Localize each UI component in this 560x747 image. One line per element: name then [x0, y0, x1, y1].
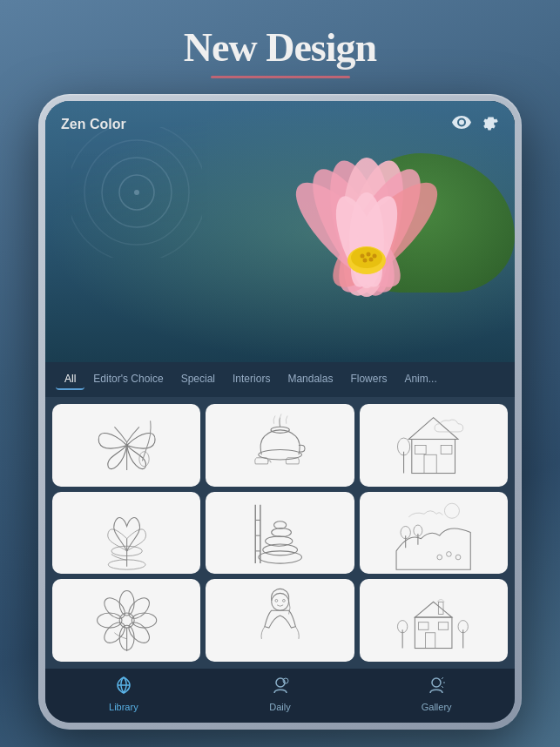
- svg-point-4: [134, 190, 139, 195]
- svg-point-58: [125, 619, 152, 647]
- page-title: New Design: [184, 24, 376, 71]
- category-tabs: All Editor's Choice Special Interiors Ma…: [45, 362, 515, 397]
- svg-point-24: [259, 449, 302, 459]
- svg-point-52: [447, 552, 452, 557]
- daily-icon: [271, 676, 290, 699]
- grid-item-2[interactable]: [206, 404, 354, 487]
- tab-editors-choice[interactable]: Editor's Choice: [84, 369, 172, 390]
- grid-item-9[interactable]: [360, 579, 508, 662]
- tab-interiors[interactable]: Interiors: [224, 369, 279, 390]
- svg-rect-27: [412, 439, 455, 473]
- grid-item-6[interactable]: [360, 492, 508, 575]
- svg-marker-26: [408, 417, 458, 439]
- svg-point-19: [373, 254, 377, 259]
- nav-library-label: Library: [109, 702, 138, 712]
- app-header: Zen Color: [45, 101, 515, 144]
- svg-point-21: [369, 258, 374, 262]
- svg-marker-67: [415, 602, 453, 617]
- svg-point-65: [275, 600, 278, 602]
- svg-point-56: [125, 595, 152, 622]
- svg-point-18: [367, 252, 371, 257]
- device-screen: Zen Color: [45, 101, 515, 723]
- svg-rect-69: [426, 633, 435, 649]
- nav-daily[interactable]: Daily: [202, 676, 359, 712]
- svg-rect-71: [438, 622, 448, 630]
- svg-point-39: [272, 528, 292, 537]
- nav-gallery[interactable]: Gallery: [358, 676, 515, 712]
- app-logo: Zen Color: [61, 117, 126, 132]
- svg-point-66: [282, 600, 285, 602]
- grid-item-5[interactable]: [206, 492, 354, 575]
- svg-point-17: [361, 254, 365, 259]
- svg-rect-70: [419, 622, 428, 630]
- gallery-icon: [427, 676, 446, 699]
- svg-point-57: [132, 613, 156, 628]
- svg-point-53: [455, 555, 461, 561]
- svg-point-51: [437, 555, 442, 561]
- svg-rect-30: [441, 445, 452, 454]
- svg-point-16: [351, 247, 382, 268]
- svg-point-20: [363, 259, 368, 263]
- grid-item-4[interactable]: [52, 492, 200, 575]
- grid-item-3[interactable]: [360, 404, 508, 487]
- tab-animals[interactable]: Anim...: [395, 369, 445, 390]
- image-grid: [45, 397, 515, 669]
- tab-special[interactable]: Special: [172, 369, 224, 390]
- nav-library[interactable]: Library: [45, 676, 202, 712]
- svg-point-64: [272, 593, 289, 610]
- bottom-nav: Library Daily: [45, 669, 515, 723]
- svg-point-55: [119, 591, 134, 616]
- library-icon: [114, 676, 133, 699]
- grid-item-7[interactable]: [52, 579, 200, 662]
- gear-icon[interactable]: [482, 113, 499, 135]
- svg-point-79: [432, 678, 441, 687]
- water-ripples: [71, 127, 202, 258]
- eye-icon[interactable]: [452, 114, 471, 134]
- svg-point-62: [100, 595, 128, 622]
- lotus-flower: [245, 114, 489, 358]
- svg-point-46: [445, 504, 460, 519]
- tab-mandalas[interactable]: Mandalas: [279, 369, 341, 390]
- header-icons: [452, 113, 499, 135]
- device-frame: Zen Color: [38, 94, 522, 730]
- svg-rect-29: [415, 445, 427, 454]
- grid-item-8[interactable]: [206, 579, 354, 662]
- title-underline: [211, 76, 350, 78]
- nav-gallery-label: Gallery: [422, 702, 452, 712]
- svg-point-40: [273, 522, 286, 529]
- tab-all[interactable]: All: [56, 369, 84, 390]
- svg-point-61: [97, 613, 121, 628]
- nav-daily-label: Daily: [269, 702, 290, 712]
- grid-item-1[interactable]: [52, 404, 200, 487]
- svg-rect-28: [424, 454, 436, 473]
- tab-flowers[interactable]: Flowers: [341, 369, 395, 390]
